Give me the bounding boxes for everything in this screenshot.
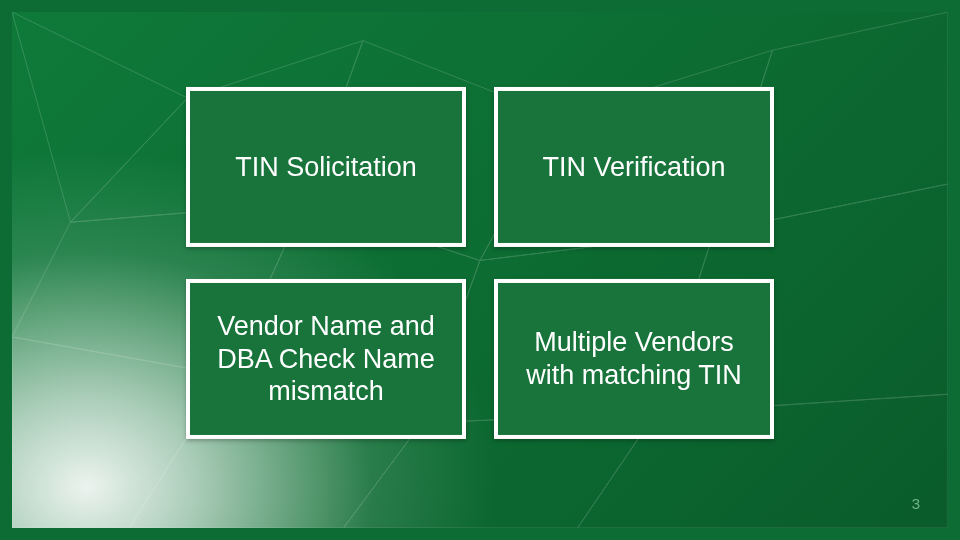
page-number: 3 xyxy=(912,495,920,512)
card-multiple-vendors-matching-tin: Multiple Vendors with matching TIN xyxy=(494,279,774,439)
card-label: TIN Verification xyxy=(542,150,725,183)
card-tin-verification: TIN Verification xyxy=(494,87,774,247)
slide: TIN Solicitation TIN Verification Vendor… xyxy=(0,0,960,540)
card-tin-solicitation: TIN Solicitation xyxy=(186,87,466,247)
card-vendor-name-dba-check: Vendor Name and DBA Check Name mismatch xyxy=(186,279,466,439)
card-label: Vendor Name and DBA Check Name mismatch xyxy=(202,310,450,409)
card-label: Multiple Vendors with matching TIN xyxy=(510,326,758,392)
card-label: TIN Solicitation xyxy=(235,150,417,183)
card-grid: TIN Solicitation TIN Verification Vendor… xyxy=(186,87,774,439)
